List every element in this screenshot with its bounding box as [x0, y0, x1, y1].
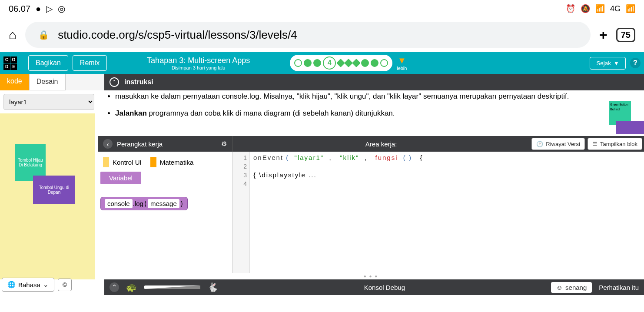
network-label: 4G: [610, 4, 621, 13]
footer-left: 🌐 Bahasa ⌄ ©: [0, 276, 73, 293]
math-swatch: [150, 157, 156, 167]
right-area: masukkan ke dalam pernyataan console.log…: [98, 90, 644, 279]
watch-label: Perhatikan itu: [599, 284, 639, 291]
debug-console-bar: ⌃ 🐢 🐇 Konsol Debug ☺ senang Perhatikan i…: [104, 279, 644, 295]
phone-preview[interactable]: Tombol Hijau Di Belakang Tombol Ungu di …: [0, 113, 95, 279]
lock-icon: 🔒: [38, 30, 49, 40]
speed-slider[interactable]: [144, 285, 200, 289]
instructions-content: masukkan ke dalam pernyataan console.log…: [98, 90, 644, 136]
chevron-down-icon: ▼: [614, 60, 619, 66]
toolbox-header: ‹ Perangkat kerja ⚙ Area kerja: 🕐 Riwaya…: [98, 136, 644, 152]
toolbox-title: Perangkat kerja: [117, 140, 163, 148]
chevron-down-icon: ⌄: [43, 281, 49, 289]
left-panel: layar1 Tombol Hijau Di Belakang Tombol U…: [0, 90, 98, 279]
category-variable[interactable]: Variabel: [100, 172, 141, 184]
ui-control-swatch: [103, 157, 109, 167]
app-header: CO DE Bagikan Remix Tahapan 3: Multi-scr…: [0, 52, 644, 74]
stage-title: Tahapan 3: Multi-screen Apps: [111, 56, 285, 65]
level-pill-6[interactable]: [344, 59, 353, 67]
code-text[interactable]: onEvent ( "layar1" , "klik" , fungsi ( )…: [250, 152, 644, 273]
toolbox-title-bar: ‹ Perangkat kerja ⚙: [98, 136, 232, 152]
level-pill-9[interactable]: [371, 59, 378, 67]
version-history-button[interactable]: 🕐 Riwayat Versi: [531, 138, 585, 150]
signal2-icon: 📶: [626, 4, 635, 13]
resize-handle[interactable]: ● ● ●: [98, 273, 644, 279]
more-arrow-icon[interactable]: ▼: [397, 56, 407, 66]
level-pill-2[interactable]: [304, 59, 312, 67]
remix-button[interactable]: Remix: [73, 55, 107, 71]
toolbox-back-icon[interactable]: ‹: [103, 139, 113, 149]
main-content: layar1 Tombol Hijau Di Belakang Tombol U…: [0, 90, 644, 279]
share-button[interactable]: Bagikan: [28, 55, 68, 71]
smile-icon: ☺: [556, 284, 563, 291]
preview-purple-button[interactable]: Tombol Ungu di Depan: [33, 176, 75, 204]
code-editor[interactable]: 1 2 3 4 onEvent ( "layar1" , "klik" , fu…: [232, 152, 644, 273]
saved-text: Disimpan 3 hari yang lalu: [111, 65, 285, 70]
collapse-icon[interactable]: ⌃: [110, 77, 119, 87]
copyright-button[interactable]: ©: [58, 279, 72, 291]
blocks-icon: ☰: [592, 141, 598, 147]
tab-code[interactable]: kode: [0, 74, 29, 90]
url-bar[interactable]: 🔒 studio.code.org/s/csp5-virtual/lessons…: [25, 22, 591, 48]
level-pill-4-current[interactable]: 4: [323, 56, 336, 70]
level-pill-8[interactable]: [361, 59, 369, 67]
turtle-icon: 🐢: [126, 282, 137, 292]
stage-info: Tahapan 3: Multi-screen Apps Disimpan 3 …: [111, 56, 285, 70]
tab-design[interactable]: Desain: [29, 74, 66, 90]
signal-icon: 📶: [595, 4, 605, 13]
console-log-block[interactable]: console.log(message): [100, 197, 188, 210]
instructions-header[interactable]: ⌃ instruksi: [104, 74, 644, 90]
console-expand-icon[interactable]: ⌃: [110, 282, 119, 292]
new-tab-icon[interactable]: +: [599, 27, 607, 43]
code-org-logo[interactable]: CO DE: [3, 56, 24, 70]
globe-icon: 🌐: [7, 281, 16, 289]
play-icon: ▷: [46, 3, 53, 14]
instruction-diagram: Green Button Behind: [588, 95, 644, 134]
tab-row: kode Desain ⌃ instruksi: [0, 74, 644, 90]
show-blocks-button[interactable]: ☰ Tampilkan blok: [588, 138, 642, 150]
gear-icon[interactable]: ⚙: [221, 140, 227, 148]
instructions-label: instruksi: [124, 78, 153, 86]
rabbit-icon: 🐇: [207, 282, 218, 292]
tab-count-button[interactable]: 75: [616, 28, 635, 42]
instruction-line-2: Jalankan programnya dan coba klik di man…: [115, 107, 635, 119]
level-progress: 4: [290, 55, 392, 71]
url-text: studio.code.org/s/csp5-virtual/lessons/3…: [58, 28, 297, 42]
level-pill-10[interactable]: [380, 59, 388, 67]
level-pill-1[interactable]: [294, 59, 302, 67]
category-math[interactable]: Matematika: [150, 157, 194, 167]
mute-icon: 🔕: [581, 4, 590, 13]
browser-toolbar: ⌂ 🔒 studio.code.org/s/csp5-virtual/lesso…: [0, 17, 644, 52]
android-status-bar: 06.07 ● ▷ ◎ ⏰ 🔕 📶 4G 📶: [0, 0, 644, 17]
workspace-title: Area kerja:: [232, 136, 530, 152]
level-pill-5[interactable]: [336, 59, 345, 67]
help-icon[interactable]: ?: [630, 58, 641, 68]
level-pill-7[interactable]: [352, 59, 361, 67]
more-label: lebih: [397, 66, 407, 71]
language-button[interactable]: 🌐 Bahasa ⌄: [2, 278, 54, 292]
diagram-purple-box: [616, 121, 644, 134]
toolbox-body: Kontrol UI Matematika Variabel console.l…: [98, 152, 644, 273]
chat-icon: ●: [36, 4, 41, 14]
console-title: Konsol Debug: [225, 284, 544, 291]
toolbox-panel: Kontrol UI Matematika Variabel console.l…: [98, 152, 232, 273]
category-ui-control[interactable]: Kontrol UI: [103, 157, 142, 167]
instruction-line-1: masukkan ke dalam pernyataan console.log…: [115, 90, 635, 102]
clock-icon: 🕐: [536, 141, 543, 147]
home-icon[interactable]: ⌂: [9, 27, 17, 42]
line-gutter: 1 2 3 4: [232, 152, 250, 273]
since-button[interactable]: Sejak ▼: [590, 57, 626, 70]
feedback-button[interactable]: ☺ senang: [551, 282, 592, 293]
level-pill-3[interactable]: [313, 59, 321, 67]
chrome-icon: ◎: [58, 3, 65, 14]
screen-select[interactable]: layar1: [3, 94, 94, 110]
status-time: 06.07: [9, 4, 30, 14]
alarm-icon: ⏰: [566, 4, 575, 13]
